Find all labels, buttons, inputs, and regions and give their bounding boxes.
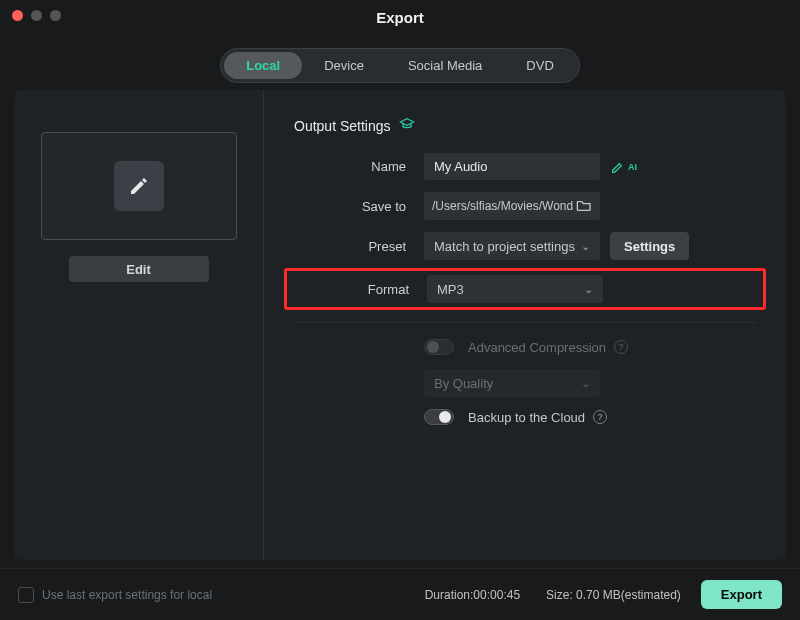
use-last-settings-checkbox[interactable] [18,587,34,603]
help-icon[interactable]: ? [593,410,607,424]
preset-select[interactable]: Match to project settings ⌄ [424,232,600,260]
zoom-window-dot[interactable] [50,10,61,21]
folder-icon[interactable] [576,198,592,215]
compression-quality-value: By Quality [434,376,493,391]
tab-social-media[interactable]: Social Media [386,52,504,79]
chevron-down-icon: ⌄ [581,377,590,390]
name-input[interactable] [424,153,600,180]
output-settings-heading: Output Settings [294,116,756,135]
settings-column: Output Settings Name AI Save to [264,90,786,560]
format-highlight: Format MP3 ⌄ [284,268,766,310]
close-window-dot[interactable] [12,10,23,21]
ai-rename-button[interactable]: AI [610,159,637,175]
preview-thumbnail[interactable] [41,132,237,240]
ai-suffix: AI [628,162,637,172]
preset-label: Preset [294,239,424,254]
export-button[interactable]: Export [701,580,782,609]
saveto-label: Save to [294,199,424,214]
backup-cloud-toggle[interactable] [424,409,454,425]
divider [294,322,756,323]
advanced-compression-label: Advanced Compression [468,340,606,355]
saveto-field[interactable]: /Users/slfias/Movies/Wond [424,192,600,220]
window-title: Export [0,0,800,34]
chevron-down-icon: ⌄ [584,283,593,296]
export-panel: Edit Output Settings Name AI Save [14,90,786,560]
minimize-window-dot[interactable] [31,10,42,21]
chevron-down-icon: ⌄ [581,240,590,253]
backup-cloud-label: Backup to the Cloud [468,410,585,425]
tab-local[interactable]: Local [224,52,302,79]
export-destination-tabs: Local Device Social Media DVD [220,48,580,83]
saveto-path: /Users/slfias/Movies/Wond [432,199,576,213]
help-icon[interactable]: ? [614,340,628,354]
format-value: MP3 [437,282,464,297]
name-label: Name [294,159,424,174]
format-label: Format [297,282,427,297]
footer-bar: Use last export settings for local Durat… [0,568,800,620]
preset-settings-button[interactable]: Settings [610,232,689,260]
duration-readout: Duration:00:00:45 [425,588,520,602]
tab-device[interactable]: Device [302,52,386,79]
preview-column: Edit [14,90,264,560]
compression-quality-select: By Quality ⌄ [424,369,600,397]
preset-value: Match to project settings [434,239,575,254]
output-settings-label: Output Settings [294,118,391,134]
format-select[interactable]: MP3 ⌄ [427,275,603,303]
tab-dvd[interactable]: DVD [504,52,575,79]
size-readout: Size: 0.70 MB(estimated) [546,588,681,602]
advanced-compression-toggle[interactable] [424,339,454,355]
edit-button[interactable]: Edit [69,256,209,282]
graduation-cap-icon[interactable] [399,116,415,135]
edit-icon [114,161,164,211]
window-controls [12,10,61,21]
use-last-settings-label: Use last export settings for local [42,588,212,602]
